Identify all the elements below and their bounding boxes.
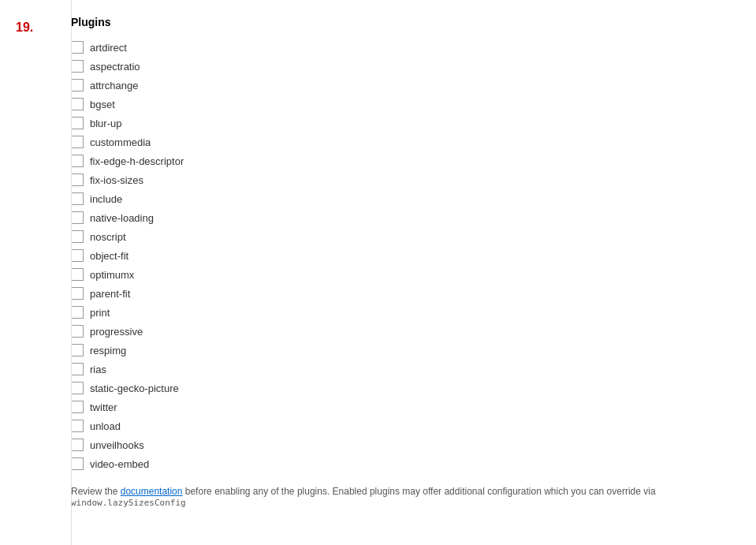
plugin-list: artdirectaspectratioattrchangebgsetblur-… (71, 38, 756, 473)
plugin-label-unload[interactable]: unload (90, 420, 121, 432)
plugin-label-native-loading[interactable]: native-loading (90, 212, 154, 224)
plugin-checkbox-include[interactable] (71, 192, 84, 205)
plugin-label-progressive[interactable]: progressive (90, 326, 143, 338)
plugin-label-optimumx[interactable]: optimumx (90, 269, 134, 281)
plugin-label-blur-up[interactable]: blur-up (90, 118, 121, 129)
plugin-checkbox-native-loading[interactable] (71, 211, 84, 224)
plugin-checkbox-respimg[interactable] (71, 344, 84, 356)
plugin-checkbox-progressive[interactable] (71, 325, 84, 338)
plugin-label-custommedia[interactable]: custommedia (90, 136, 151, 148)
list-item: video-embed (71, 454, 756, 473)
plugin-checkbox-unveilhooks[interactable] (71, 439, 84, 451)
plugin-checkbox-artdirect[interactable] (71, 41, 84, 54)
plugin-checkbox-object-fit[interactable] (71, 249, 84, 262)
list-item: artdirect (71, 38, 756, 57)
plugin-checkbox-aspectratio[interactable] (71, 60, 84, 73)
plugin-checkbox-print[interactable] (71, 306, 84, 319)
list-item: print (71, 303, 756, 322)
footer-suffix: before enabling any of the plugins. Enab… (182, 486, 655, 497)
plugin-label-object-fit[interactable]: object-fit (90, 250, 128, 262)
list-item: twitter (71, 398, 756, 416)
plugin-checkbox-blur-up[interactable] (71, 117, 84, 129)
plugin-checkbox-parent-fit[interactable] (71, 287, 84, 300)
plugin-checkbox-optimumx[interactable] (71, 268, 84, 281)
plugin-checkbox-unload[interactable] (71, 420, 84, 432)
plugin-label-aspectratio[interactable]: aspectratio (90, 61, 140, 73)
plugin-label-unveilhooks[interactable]: unveilhooks (90, 439, 144, 451)
section-title: Plugins (71, 16, 756, 28)
list-item: progressive (71, 322, 756, 341)
plugin-checkbox-twitter[interactable] (71, 401, 84, 413)
list-item: noscript (71, 227, 756, 246)
plugin-checkbox-static-gecko-picture[interactable] (71, 382, 84, 394)
plugin-label-include[interactable]: include (90, 193, 122, 205)
documentation-link[interactable]: documentation (121, 486, 183, 497)
list-item: unveilhooks (71, 435, 756, 454)
list-item: include (71, 189, 756, 208)
plugin-label-video-embed[interactable]: video-embed (90, 458, 149, 470)
list-item: aspectratio (71, 57, 756, 76)
footer-text: Review the documentation before enabling… (71, 486, 756, 516)
list-item: fix-ios-sizes (71, 170, 756, 189)
plugin-checkbox-attrchange[interactable] (71, 79, 84, 91)
list-item: parent-fit (71, 284, 756, 303)
list-item: static-gecko-picture (71, 379, 756, 398)
plugin-checkbox-custommedia[interactable] (71, 136, 84, 148)
list-item: native-loading (71, 208, 756, 227)
plugin-label-fix-ios-sizes[interactable]: fix-ios-sizes (90, 174, 143, 186)
plugin-checkbox-rias[interactable] (71, 363, 84, 375)
list-item: custommedia (71, 133, 756, 151)
plugin-label-static-gecko-picture[interactable]: static-gecko-picture (90, 383, 179, 394)
section-number: 19. (0, 16, 71, 529)
plugin-checkbox-fix-edge-h-descriptor[interactable] (71, 155, 84, 167)
plugin-label-parent-fit[interactable]: parent-fit (90, 288, 130, 300)
list-item: object-fit (71, 246, 756, 265)
list-item: respimg (71, 341, 756, 360)
plugin-checkbox-fix-ios-sizes[interactable] (71, 174, 84, 186)
plugin-label-rias[interactable]: rias (90, 364, 106, 375)
plugin-checkbox-video-embed[interactable] (71, 457, 84, 470)
plugin-label-attrchange[interactable]: attrchange (90, 80, 138, 91)
list-item: attrchange (71, 76, 756, 95)
plugin-label-artdirect[interactable]: artdirect (90, 42, 127, 54)
plugin-label-twitter[interactable]: twitter (90, 401, 117, 413)
list-item: optimumx (71, 265, 756, 284)
footer-code: window.lazySizesConfig (71, 498, 186, 508)
list-item: unload (71, 416, 756, 435)
footer-prefix: Review the (71, 486, 121, 497)
plugin-label-noscript[interactable]: noscript (90, 231, 126, 243)
plugin-label-bgset[interactable]: bgset (90, 99, 115, 110)
plugin-label-print[interactable]: print (90, 307, 110, 319)
plugin-label-respimg[interactable]: respimg (90, 345, 126, 356)
list-item: bgset (71, 95, 756, 114)
list-item: rias (71, 360, 756, 379)
list-item: blur-up (71, 114, 756, 133)
list-item: fix-edge-h-descriptor (71, 151, 756, 170)
plugin-checkbox-bgset[interactable] (71, 98, 84, 110)
plugin-label-fix-edge-h-descriptor[interactable]: fix-edge-h-descriptor (90, 155, 184, 167)
plugin-checkbox-noscript[interactable] (71, 230, 84, 243)
